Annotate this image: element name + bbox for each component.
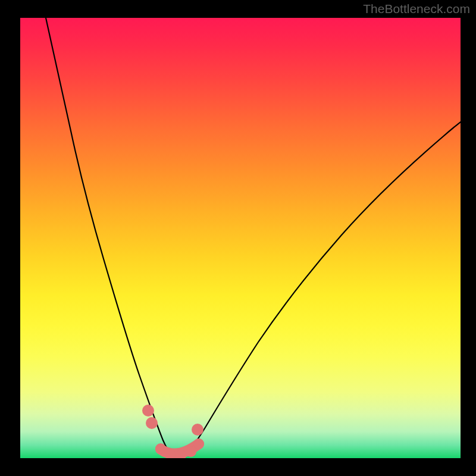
- watermark-text: TheBottleneck.com: [363, 2, 470, 16]
- marker-dot: [192, 424, 203, 436]
- marker-dot: [186, 446, 196, 457]
- chart-frame: TheBottleneck.com: [0, 0, 476, 476]
- marker-cluster: [142, 405, 204, 458]
- plot-area: [20, 18, 461, 458]
- marker-dot: [142, 405, 154, 416]
- marker-dot: [146, 417, 158, 429]
- curve-left-branch: [46, 18, 176, 458]
- curve-right-branch: [176, 122, 461, 458]
- marker-dot: [193, 439, 204, 449]
- curve-svg: [20, 18, 461, 458]
- marker-dot: [155, 443, 166, 454]
